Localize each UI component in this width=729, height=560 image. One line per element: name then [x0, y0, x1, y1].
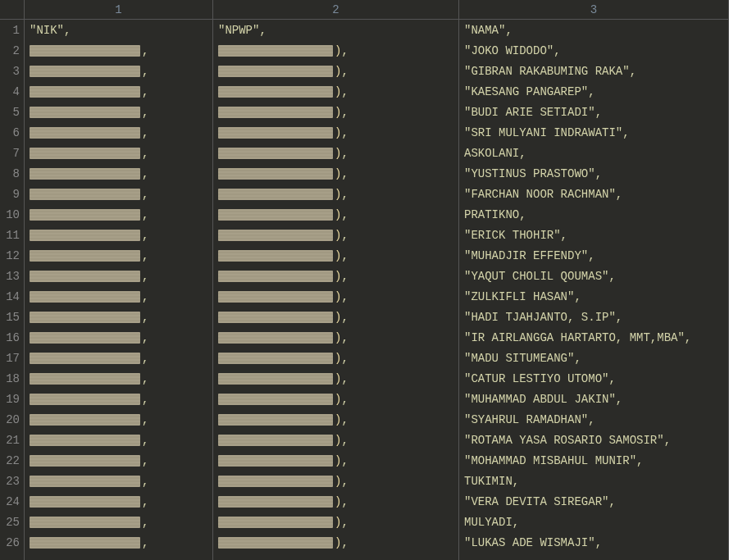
table-cell[interactable]: "KAESANG PANGAREP", — [459, 81, 728, 102]
table-cell[interactable]: "LUKAS ADE WISMAJI", — [459, 532, 728, 553]
table-cell[interactable]: , — [25, 512, 212, 532]
row-number[interactable]: 16 — [0, 327, 24, 348]
row-number[interactable]: 7 — [0, 143, 24, 163]
table-cell[interactable]: , — [25, 286, 212, 307]
table-cell[interactable]: , — [25, 532, 212, 553]
table-cell[interactable]: ), — [213, 409, 458, 430]
table-cell[interactable]: , — [25, 450, 212, 471]
table-cell[interactable]: ), — [213, 102, 458, 122]
table-cell[interactable]: "GIBRAN RAKABUMING RAKA", — [459, 61, 728, 81]
row-number[interactable]: 8 — [0, 163, 24, 184]
table-cell[interactable]: "ERICK THOHIR", — [459, 225, 728, 245]
table-cell[interactable]: "NIK", — [25, 20, 212, 40]
table-cell[interactable]: , — [25, 40, 212, 61]
table-cell[interactable]: ), — [213, 368, 458, 389]
table-cell[interactable]: , — [25, 245, 212, 266]
row-number[interactable]: 17 — [0, 348, 24, 368]
table-cell[interactable]: , — [25, 389, 212, 409]
table-cell[interactable]: , — [25, 61, 212, 81]
table-cell[interactable]: , — [25, 81, 212, 102]
table-cell[interactable]: ), — [213, 143, 458, 163]
table-cell[interactable]: "NPWP", — [213, 20, 458, 40]
table-cell[interactable]: "VERA DEVITA SIREGAR", — [459, 491, 728, 512]
table-cell[interactable]: ), — [213, 266, 458, 286]
table-cell[interactable]: , — [25, 184, 212, 204]
table-cell[interactable]: ), — [213, 163, 458, 184]
table-cell[interactable]: , — [25, 368, 212, 389]
table-cell[interactable]: "SRI MULYANI INDRAWATI", — [459, 122, 728, 143]
table-cell[interactable]: ), — [213, 122, 458, 143]
table-cell[interactable]: ), — [213, 471, 458, 491]
row-number[interactable]: 9 — [0, 184, 24, 204]
row-number[interactable]: 22 — [0, 450, 24, 471]
row-number[interactable]: 25 — [0, 512, 24, 532]
table-cell[interactable]: ), — [213, 348, 458, 368]
table-cell[interactable]: "MUHADJIR EFFENDY", — [459, 245, 728, 266]
table-cell[interactable]: , — [25, 143, 212, 163]
table-cell[interactable]: , — [25, 327, 212, 348]
row-number[interactable]: 14 — [0, 286, 24, 307]
table-cell[interactable]: ), — [213, 307, 458, 327]
table-cell[interactable]: , — [25, 266, 212, 286]
table-cell[interactable]: "YUSTINUS PRASTOWO", — [459, 163, 728, 184]
column-header-1[interactable]: 1 — [25, 0, 212, 20]
column-header-2[interactable]: 2 — [213, 0, 458, 20]
table-cell[interactable]: , — [25, 348, 212, 368]
row-number[interactable]: 18 — [0, 368, 24, 389]
row-number[interactable]: 6 — [0, 122, 24, 143]
table-cell[interactable]: , — [25, 491, 212, 512]
row-number[interactable]: 4 — [0, 81, 24, 102]
row-number[interactable]: 5 — [0, 102, 24, 122]
table-cell[interactable]: "YAQUT CHOLIL QOUMAS", — [459, 266, 728, 286]
row-number[interactable]: 10 — [0, 204, 24, 225]
row-number[interactable]: 2 — [0, 40, 24, 61]
table-cell[interactable]: "ZULKIFLI HASAN", — [459, 286, 728, 307]
column-3[interactable]: 3 "NAMA","JOKO WIDODO","GIBRAN RAKABUMIN… — [459, 0, 729, 560]
row-number[interactable]: 13 — [0, 266, 24, 286]
column-1[interactable]: 1 "NIK",,,,,,,,,,,,,,,,,,,,,,,,,, — [25, 0, 213, 560]
data-grid[interactable]: 1234567891011121314151617181920212223242… — [0, 0, 729, 560]
table-cell[interactable]: "IR AIRLANGGA HARTARTO, MMT,MBA", — [459, 327, 728, 348]
table-cell[interactable]: ), — [213, 450, 458, 471]
table-cell[interactable]: , — [25, 307, 212, 327]
table-cell[interactable]: ), — [213, 327, 458, 348]
table-cell[interactable]: ASKOLANI, — [459, 143, 728, 163]
row-number[interactable]: 21 — [0, 430, 24, 450]
table-cell[interactable]: , — [25, 409, 212, 430]
table-cell[interactable]: MULYADI, — [459, 512, 728, 532]
column-2[interactable]: 2 "NPWP",),),),),),),),),),),),),),),),)… — [213, 0, 459, 560]
row-number[interactable]: 15 — [0, 307, 24, 327]
table-cell[interactable]: ), — [213, 532, 458, 553]
table-cell[interactable]: , — [25, 204, 212, 225]
table-cell[interactable]: ), — [213, 512, 458, 532]
table-cell[interactable]: "JOKO WIDODO", — [459, 40, 728, 61]
table-cell[interactable]: ), — [213, 245, 458, 266]
table-cell[interactable]: ), — [213, 286, 458, 307]
table-cell[interactable]: "CATUR LESTIYO UTOMO", — [459, 368, 728, 389]
table-cell[interactable]: ), — [213, 225, 458, 245]
table-cell[interactable]: "ROTAMA YASA ROSARIO SAMOSIR", — [459, 430, 728, 450]
table-cell[interactable]: ), — [213, 184, 458, 204]
row-number[interactable]: 26 — [0, 532, 24, 553]
table-cell[interactable]: "MUHAMMAD ABDUL JAKIN", — [459, 389, 728, 409]
table-cell[interactable]: ), — [213, 40, 458, 61]
row-number[interactable]: 19 — [0, 389, 24, 409]
row-number[interactable]: 23 — [0, 471, 24, 491]
table-cell[interactable]: ), — [213, 61, 458, 81]
table-cell[interactable]: ), — [213, 81, 458, 102]
table-cell[interactable]: "MOHAMMAD MISBAHUL MUNIR", — [459, 450, 728, 471]
row-number[interactable]: 3 — [0, 61, 24, 81]
table-cell[interactable]: , — [25, 471, 212, 491]
table-cell[interactable]: "MADU SITUMEANG", — [459, 348, 728, 368]
table-cell[interactable]: "BUDI ARIE SETIADI", — [459, 102, 728, 122]
table-cell[interactable]: "FARCHAN NOOR RACHMAN", — [459, 184, 728, 204]
row-number[interactable]: 20 — [0, 409, 24, 430]
table-cell[interactable]: , — [25, 163, 212, 184]
table-cell[interactable]: , — [25, 122, 212, 143]
table-cell[interactable]: ), — [213, 389, 458, 409]
table-cell[interactable]: , — [25, 430, 212, 450]
table-cell[interactable]: ), — [213, 430, 458, 450]
table-cell[interactable]: "NAMA", — [459, 20, 728, 40]
row-number[interactable]: 11 — [0, 225, 24, 245]
table-cell[interactable]: PRATIKNO, — [459, 204, 728, 225]
